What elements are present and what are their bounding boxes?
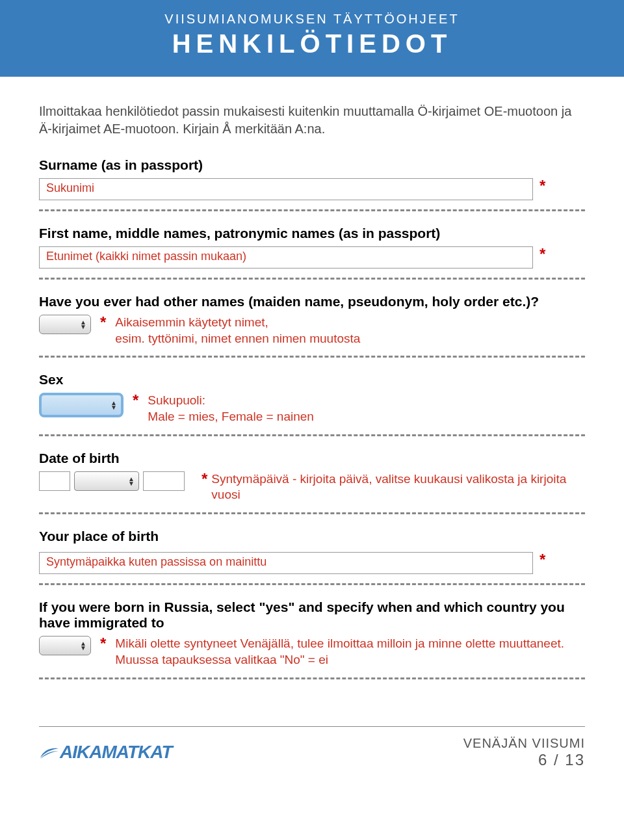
field-pob: Your place of birth Syntymäpaikka kuten … xyxy=(39,529,585,574)
sex-dropdown[interactable]: ▲▼ xyxy=(39,393,124,417)
content-area: Ilmoittakaa henkilötiedot passin mukaise… xyxy=(0,77,624,707)
dob-label: Date of birth xyxy=(39,451,585,466)
required-asterisk: * xyxy=(540,178,545,194)
firstname-label: First name, middle names, patronymic nam… xyxy=(39,226,585,241)
page-header: VIISUMIANOMUKSEN TÄYTTÖOHJEET HENKILÖTIE… xyxy=(0,0,624,77)
born-russia-help: Mikäli olette syntyneet Venäjällä, tulee… xyxy=(115,636,585,668)
required-asterisk: * xyxy=(202,471,207,487)
footer-meta: VENÄJÄN VIISUMI 6 / 13 xyxy=(463,736,585,769)
field-surname: Surname (as in passport) Sukunimi * xyxy=(39,157,585,200)
sex-label: Sex xyxy=(39,372,585,387)
header-title: HENKILÖTIEDOT xyxy=(0,29,624,59)
pob-input[interactable]: Syntymäpaikka kuten passissa on mainittu xyxy=(39,552,533,574)
page-number: 6 / 13 xyxy=(463,751,585,769)
othernames-label: Have you ever had other names (maiden na… xyxy=(39,294,585,309)
dropdown-arrows-icon: ▲▼ xyxy=(80,320,86,329)
divider xyxy=(39,209,585,211)
surname-label: Surname (as in passport) xyxy=(39,157,585,173)
othernames-dropdown[interactable]: ▲▼ xyxy=(39,315,91,334)
dropdown-arrows-icon: ▲▼ xyxy=(110,400,117,410)
field-born-russia: If you were born in Russia, select "yes"… xyxy=(39,599,585,668)
pob-label: Your place of birth xyxy=(39,529,585,544)
born-russia-label: If you were born in Russia, select "yes"… xyxy=(39,599,585,631)
intro-text: Ilmoittakaa henkilötiedot passin mukaise… xyxy=(39,103,585,138)
dropdown-arrows-icon: ▲▼ xyxy=(128,477,135,486)
logo-swoosh-icon xyxy=(39,746,60,761)
field-dob: Date of birth ▲▼ * Syntymäpäivä - kirjoi… xyxy=(39,451,585,503)
brand-logo: AIKAMATKAT xyxy=(39,742,172,763)
required-asterisk: * xyxy=(540,246,545,262)
divider xyxy=(39,278,585,280)
divider xyxy=(39,434,585,436)
required-asterisk: * xyxy=(100,636,106,651)
born-russia-dropdown[interactable]: ▲▼ xyxy=(39,636,91,655)
doc-title: VENÄJÄN VIISUMI xyxy=(463,736,585,751)
divider xyxy=(39,356,585,358)
othernames-help: Aikaisemmin käytetyt nimet, esim. tyttön… xyxy=(115,315,360,347)
dob-year-input[interactable] xyxy=(143,471,185,491)
dob-help: Syntymäpäivä - kirjoita päivä, valitse k… xyxy=(211,471,585,503)
surname-input[interactable]: Sukunimi xyxy=(39,178,533,200)
required-asterisk: * xyxy=(133,393,138,408)
divider xyxy=(39,512,585,514)
firstname-input[interactable]: Etunimet (kaikki nimet passin mukaan) xyxy=(39,246,533,269)
header-subtitle: VIISUMIANOMUKSEN TÄYTTÖOHJEET xyxy=(0,12,624,27)
dob-day-input[interactable] xyxy=(39,471,70,491)
dob-month-dropdown[interactable]: ▲▼ xyxy=(74,471,139,491)
dropdown-arrows-icon: ▲▼ xyxy=(80,641,86,650)
required-asterisk: * xyxy=(540,552,545,568)
divider xyxy=(39,583,585,585)
page-footer: AIKAMATKAT VENÄJÄN VIISUMI 6 / 13 xyxy=(39,726,585,789)
required-asterisk: * xyxy=(100,315,106,330)
sex-help: Sukupuoli: Male = mies, Female = nainen xyxy=(148,393,314,425)
field-sex: Sex ▲▼ * Sukupuoli: Male = mies, Female … xyxy=(39,372,585,425)
logo-text: AIKAMATKAT xyxy=(60,742,172,762)
divider xyxy=(39,677,585,679)
field-firstname: First name, middle names, patronymic nam… xyxy=(39,226,585,269)
field-othernames: Have you ever had other names (maiden na… xyxy=(39,294,585,347)
